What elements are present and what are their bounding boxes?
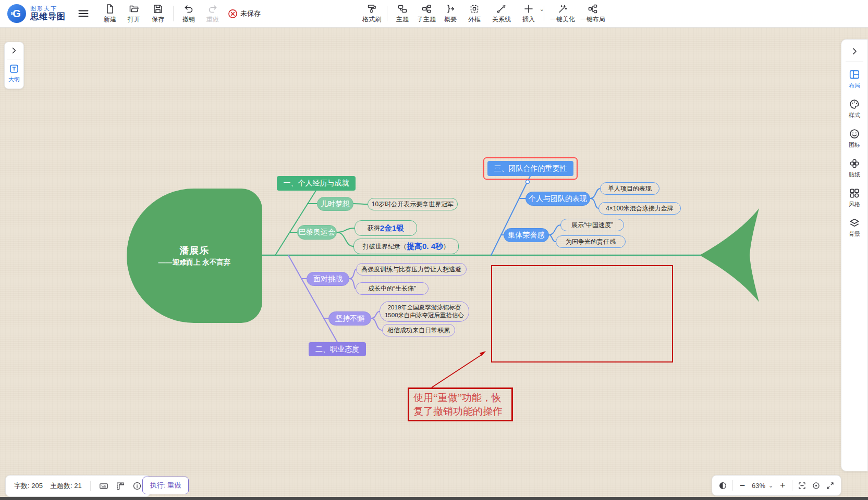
branch3-topic1-leaf1[interactable]: 单人项目的表现 xyxy=(600,182,659,195)
top-toolbar: GM 图形天下 思维导图 新建 打开 保存 撤销 重做 xyxy=(0,0,868,28)
exec-action-button[interactable]: 执行: 重做 xyxy=(142,477,189,494)
left-panel-expand-button[interactable] xyxy=(10,46,18,55)
toolbar-separator xyxy=(173,6,174,21)
branch1-topic1-leaf[interactable]: 10岁时公开表示要拿世界冠军 xyxy=(368,198,458,210)
outline-T-icon xyxy=(9,64,19,74)
branch1-topic2[interactable]: 巴黎奥运会 xyxy=(297,225,337,240)
branch3-topic2-leaf1[interactable]: 展示“中国速度” xyxy=(560,219,624,231)
divider xyxy=(846,61,863,61)
divider xyxy=(792,480,792,491)
branch2-topic2-leaf1[interactable]: 2019年全国夏季游泳锦标赛 1500米自由泳夺冠后重拾信心 xyxy=(380,301,469,322)
zoom-out-button[interactable]: − xyxy=(738,480,747,491)
zoom-in-button[interactable]: + xyxy=(778,480,787,491)
save-icon xyxy=(153,4,163,14)
branch1-record-leaf[interactable]: 打破世界纪录（提高0. 4秒） xyxy=(353,239,459,254)
central-topic-subtitle: ——迎难而上 永不言弃 xyxy=(158,258,231,267)
undo-button[interactable]: 撤销 xyxy=(177,4,201,24)
zoom-level: 63% xyxy=(752,482,765,490)
divider xyxy=(732,480,733,491)
outline-button[interactable]: 大纲 xyxy=(8,64,20,83)
magic-wand-icon xyxy=(557,4,568,14)
auto-layout-icon xyxy=(588,4,598,14)
app-logo: GM 图形天下 思维导图 xyxy=(7,4,66,23)
status-bar: 字数: 205 主题数: 21 xyxy=(5,475,151,497)
grid-style-icon xyxy=(849,188,860,199)
branch1-topic1[interactable]: 儿时梦想 xyxy=(317,197,353,211)
divider xyxy=(7,59,21,59)
fullscreen-icon[interactable] xyxy=(826,481,835,490)
sidebar-item-style[interactable]: 样式 xyxy=(849,98,860,119)
topic-button[interactable]: 主题 xyxy=(390,4,414,24)
undo-icon xyxy=(184,4,194,14)
branch1-title[interactable]: 一、个人经历与成就 xyxy=(277,176,356,191)
save-button[interactable]: 保存 xyxy=(146,4,170,24)
fit-view-icon[interactable] xyxy=(798,481,806,490)
layers-icon xyxy=(849,217,860,229)
branch3-topic1-leaf2[interactable]: 4×100米混合泳接力金牌 xyxy=(598,202,681,215)
redo-button[interactable]: 重做 xyxy=(201,4,225,24)
toolbar-separator xyxy=(387,6,387,21)
annotation-callout: 使用“重做”功能，恢 复了撤销功能的操作 xyxy=(408,388,513,421)
open-button[interactable]: 打开 xyxy=(122,4,146,24)
unsaved-icon xyxy=(228,9,238,19)
branch2-topic2-leaf2[interactable]: 相信成功来自日常积累 xyxy=(382,324,455,336)
auto-layout-button[interactable]: 一键布局 xyxy=(578,4,608,24)
brand-line2: 思维导图 xyxy=(30,12,66,21)
branch3-topic2-leaf2[interactable]: 为国争光的责任感 xyxy=(556,235,626,248)
format-painter-button[interactable]: 格式刷 xyxy=(360,4,384,24)
format-painter-icon xyxy=(366,4,377,14)
chevron-down-icon: ⌄ xyxy=(540,6,544,12)
new-button[interactable]: 新建 xyxy=(98,4,122,24)
branch1-award-leaf[interactable]: 获得2金1银 xyxy=(354,220,417,236)
zoom-bar: − 63% ⌄ + xyxy=(712,475,841,496)
summary-button[interactable]: 概要 xyxy=(438,4,462,24)
branch3-topic2[interactable]: 集体荣誉感 xyxy=(504,228,549,242)
left-panel: 大纲 xyxy=(4,42,24,89)
mouse-mode-icon[interactable] xyxy=(718,481,727,490)
branch2-title[interactable]: 二、职业态度 xyxy=(309,342,366,356)
redo-icon xyxy=(207,4,218,14)
sidebar-item-background[interactable]: 背景 xyxy=(849,217,860,238)
sidebar-item-layout[interactable]: 布局 xyxy=(849,69,860,90)
central-topic[interactable]: 潘展乐 ——迎难而上 永不言弃 xyxy=(127,189,262,323)
logo-icon: GM xyxy=(7,4,26,23)
locate-center-icon[interactable] xyxy=(812,481,821,490)
palette-icon xyxy=(849,98,860,110)
frame-icon xyxy=(469,4,480,14)
relation-line-button[interactable]: 关系线 xyxy=(486,4,517,24)
brand-line1: 图形天下 xyxy=(30,5,66,12)
smiley-icon xyxy=(849,128,860,140)
window-bottom-edge xyxy=(0,497,868,500)
word-count: 字数: 205 xyxy=(14,481,43,491)
insert-button[interactable]: ⌄ 插入 xyxy=(517,4,541,24)
redo-highlight-rect xyxy=(491,265,673,362)
info-icon[interactable] xyxy=(132,481,142,491)
subtopic-button[interactable]: 子主题 xyxy=(414,4,438,24)
layout-icon xyxy=(849,69,860,80)
central-topic-title: 潘展乐 xyxy=(180,244,210,257)
branch2-topic1[interactable]: 面对挑战 xyxy=(307,272,349,286)
selection-border xyxy=(483,157,578,180)
flower-icon xyxy=(849,158,860,169)
subtopic-icon xyxy=(421,4,432,14)
ruler-icon[interactable] xyxy=(116,481,125,491)
beautify-button[interactable]: 一键美化 xyxy=(547,4,578,24)
save-status: 未保存 xyxy=(228,9,261,19)
menu-button[interactable] xyxy=(77,7,90,20)
branch3-topic1[interactable]: 个人与团队的表现 xyxy=(525,192,590,206)
sidebar-item-sticker[interactable]: 贴纸 xyxy=(849,158,860,179)
frame-button[interactable]: 外框 xyxy=(462,4,486,24)
relation-line-icon xyxy=(496,4,507,14)
hamburger-icon xyxy=(77,7,90,20)
branch2-topic1-leaf1[interactable]: 高强度训练与比赛压力曾让人想逃避 xyxy=(356,263,467,276)
sidebar-item-icons[interactable]: 图标 xyxy=(849,128,860,149)
zoom-chevron-icon[interactable]: ⌄ xyxy=(768,482,773,489)
right-panel-collapse-button[interactable] xyxy=(850,47,859,56)
save-status-text: 未保存 xyxy=(240,9,261,18)
sidebar-item-theme[interactable]: 风格 xyxy=(849,188,860,208)
keyboard-shortcuts-icon[interactable] xyxy=(99,481,108,491)
new-doc-icon xyxy=(105,4,115,14)
branch2-topic1-leaf2[interactable]: 成长中的“生长痛” xyxy=(356,282,429,295)
right-sidebar: 布局 样式 图标 贴纸 风格 背景 xyxy=(841,39,868,471)
branch2-topic2[interactable]: 坚持不懈 xyxy=(328,311,371,326)
